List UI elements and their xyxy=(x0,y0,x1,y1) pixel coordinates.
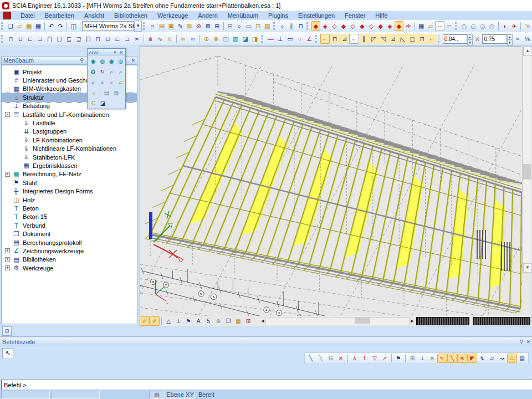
perpendicular-tool-icon[interactable]: ⟂ xyxy=(275,34,285,44)
menu-bearbeiten[interactable]: Bearbeiten xyxy=(40,12,79,19)
toolbar-grip[interactable] xyxy=(1,22,4,30)
move-node-icon[interactable]: ✛ xyxy=(403,21,413,31)
zoom-in-icon[interactable]: ⌕ xyxy=(107,67,116,76)
rotate-view-icon[interactable]: ↻ xyxy=(98,67,108,76)
show-loads-icon[interactable]: ⊥ xyxy=(173,316,183,326)
beam-tool-icon[interactable]: ⊏ xyxy=(25,34,35,44)
ucs-icon[interactable]: ⟂ xyxy=(417,354,427,363)
printer-icon[interactable]: ⊟ xyxy=(226,21,235,31)
display-scale-field[interactable]: 0.75 xyxy=(482,34,507,44)
wheel-icon[interactable]: ⊛ xyxy=(194,21,203,31)
command-panel-header[interactable]: Befehlszeile ⚲ ✕ xyxy=(0,337,532,346)
rectangle-tool-icon[interactable]: ▭ xyxy=(285,34,295,44)
member-tool-icon[interactable]: ◆ xyxy=(376,21,385,31)
model-viewport[interactable]: 87654321Yx xyxy=(140,47,523,317)
catalog-icon[interactable]: ▣ xyxy=(166,21,176,31)
step-up-icon[interactable]: ▲ xyxy=(467,34,473,40)
rotate-view-icon[interactable]: ◵ xyxy=(469,21,478,31)
toolbar-grip[interactable] xyxy=(273,22,277,30)
close-icon[interactable]: ✕ xyxy=(118,49,124,56)
fast-render-icon[interactable]: ✐ xyxy=(140,316,150,326)
menu-datei[interactable]: Datei xyxy=(16,12,40,19)
scroll-up-icon[interactable]: ▲ xyxy=(523,47,532,56)
tree-expander[interactable] xyxy=(5,197,10,202)
menu-menuebaum[interactable]: Menübaum xyxy=(223,12,263,19)
beam-tool-icon[interactable]: ⊐ xyxy=(35,34,45,44)
viewport-vscrollbar[interactable]: ▲ ▼ xyxy=(522,47,531,273)
show-numbers-icon[interactable]: 5 xyxy=(203,316,213,326)
saved-views-icon[interactable]: ▱ xyxy=(116,78,126,87)
tree-expander[interactable]: + xyxy=(5,248,10,253)
snap-curve-icon[interactable]: ↝ xyxy=(497,354,507,363)
new-project-icon[interactable]: ❏ xyxy=(6,21,16,31)
tree-item-zeichnungswerkzeuge[interactable]: +∠Zeichnungswerkzeuge xyxy=(2,247,137,255)
grid-snap-icon[interactable]: G xyxy=(326,354,336,363)
hscroll-left-icon[interactable]: ◄ xyxy=(260,318,265,324)
measure-icon[interactable]: ∦ xyxy=(287,21,296,31)
slab-tool-icon[interactable]: ⊑ xyxy=(64,34,74,44)
disconnect-tool-icon[interactable]: ⊗ xyxy=(211,34,221,44)
scroll-down-icon[interactable]: ▼ xyxy=(523,263,532,273)
menu-plugins[interactable]: Plugins xyxy=(263,12,293,19)
pin-icon[interactable]: ⚲ xyxy=(78,57,85,64)
frame-tool-icon[interactable]: ⊿ xyxy=(340,34,350,44)
menu-ansicht[interactable]: Ansicht xyxy=(79,12,109,19)
tree-item-beton[interactable]: TBeton xyxy=(2,204,137,212)
member-tool-icon[interactable]: ◈ xyxy=(385,21,395,31)
tree-item-idf[interactable]: ╫Integriertes Design Forms xyxy=(2,187,137,195)
snap-tangent-icon[interactable]: ▱ xyxy=(487,354,497,363)
show-labels-icon[interactable]: A xyxy=(193,316,203,326)
document-icon[interactable] xyxy=(3,12,11,19)
toolbar-grip[interactable] xyxy=(315,35,319,43)
clipping-box-icon[interactable]: C xyxy=(89,99,98,108)
column-tool-icon[interactable]: ⊓ xyxy=(6,34,16,44)
toolbar-grip[interactable] xyxy=(143,22,146,30)
close-icon[interactable]: ✕ xyxy=(130,57,137,64)
print-preview-icon[interactable]: ⌕ xyxy=(235,21,244,31)
export-icon[interactable]: ⇲ xyxy=(523,21,532,31)
truss-tool-icon[interactable]: ◺ xyxy=(398,34,408,44)
direction-snap-icon[interactable]: ↗ xyxy=(380,354,390,363)
display-scale-stepper[interactable]: ▲▼ xyxy=(507,34,513,44)
circle-tool-icon[interactable]: ○ xyxy=(295,34,305,44)
rotate-view-icon[interactable]: ◴ xyxy=(459,21,469,31)
window-icon[interactable]: ◫ xyxy=(69,21,78,31)
pin-icon[interactable]: ⚲ xyxy=(518,339,525,345)
panel-tab-button[interactable]: ⊟ xyxy=(2,326,12,336)
section-tool-icon[interactable]: ▥ xyxy=(231,34,241,44)
view-params-icon[interactable]: ▦ xyxy=(233,316,243,326)
menu-aendern[interactable]: Ändern xyxy=(193,12,222,19)
vscroll-thumb[interactable] xyxy=(523,164,531,180)
wall-tool-icon[interactable]: ⊓ xyxy=(93,34,103,44)
save-as-icon[interactable]: ▦ xyxy=(34,21,43,31)
truss-tool-icon[interactable]: ◹ xyxy=(378,34,388,44)
rib-tool-icon[interactable]: ⋃ xyxy=(54,34,64,44)
rotate-view-icon[interactable]: ◶ xyxy=(478,21,488,31)
toolbar-grip[interactable] xyxy=(438,35,441,43)
layers-icon[interactable]: ▤ xyxy=(157,21,167,31)
project-combo[interactable]: MFH Worms 2a Str xyxy=(82,21,134,31)
link-tool-icon[interactable]: ∞ xyxy=(178,34,188,44)
tree-item-bibliotheken[interactable]: +▤Bibliotheken xyxy=(2,255,137,264)
menu-bibliotheken[interactable]: Bibliotheken xyxy=(109,12,152,19)
tree-item-verbund[interactable]: TVerbund xyxy=(2,221,137,229)
step-down-icon[interactable]: ▼ xyxy=(467,40,473,45)
tree-item-berechnung[interactable]: +▦Berechnung, FE-Netz xyxy=(2,170,137,178)
menu-werkzeuge[interactable]: Werkzeuge xyxy=(152,12,193,19)
zoom-doc-icon[interactable]: ⌕ xyxy=(278,21,287,31)
line-snap-icon[interactable]: ╲ xyxy=(316,354,326,363)
toolbar-grip[interactable] xyxy=(1,35,4,43)
tree-expander[interactable] xyxy=(5,104,10,109)
connect-tool-icon[interactable]: ⊕ xyxy=(202,34,212,44)
grid-icon[interactable]: ⊞ xyxy=(213,21,222,31)
tree-expander[interactable] xyxy=(5,189,10,194)
layer-tool-icon[interactable]: ◨ xyxy=(250,34,260,44)
zoom-window-icon[interactable]: ⌕ xyxy=(89,78,98,87)
snap-settings-icon[interactable]: ▤ xyxy=(517,354,527,363)
zoom-all-icon[interactable]: ⌕ xyxy=(98,78,108,87)
tree-item-berechnungsprotokoll[interactable]: ▤Berechnungsprotokoll xyxy=(2,238,137,247)
support-tool-icon[interactable]: ∿ xyxy=(155,34,165,44)
snap-intersection-icon[interactable]: ✕ xyxy=(457,354,467,363)
snap-step-stepper[interactable]: ▲▼ xyxy=(467,34,473,44)
tree-item-lf-kombinationen[interactable]: ⇓LF-Kombinationen xyxy=(2,136,137,144)
